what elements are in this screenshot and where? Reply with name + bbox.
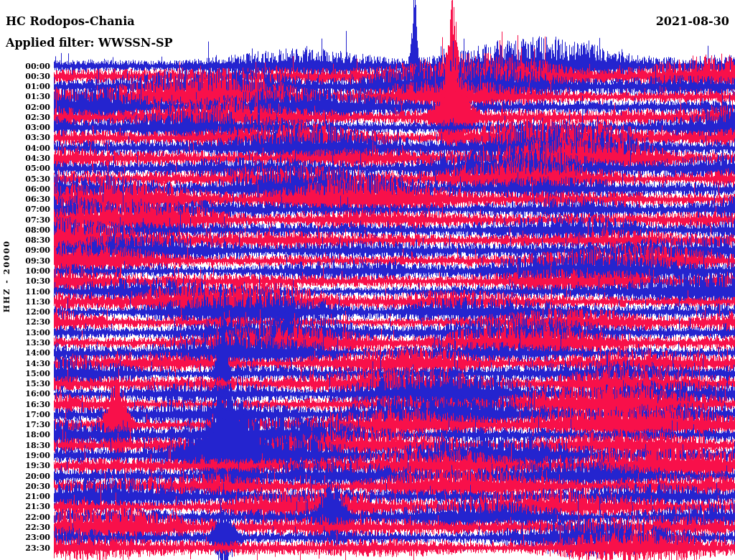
time-label: 11:00: [0, 287, 50, 297]
time-label: 10:30: [0, 276, 50, 286]
time-label: 12:30: [0, 317, 50, 327]
time-label: 20:00: [0, 472, 50, 481]
time-label: 13:30: [0, 338, 50, 347]
time-label: 14:30: [0, 359, 50, 368]
time-label: 05:30: [0, 174, 50, 184]
time-label: 09:30: [0, 256, 50, 266]
time-label: 08:30: [0, 235, 50, 245]
time-label: 05:00: [0, 164, 50, 173]
time-label: 02:30: [0, 113, 50, 122]
time-label: 07:30: [0, 215, 50, 225]
time-label: 21:00: [0, 492, 50, 501]
time-label: 11:30: [0, 297, 50, 307]
time-label: 12:00: [0, 307, 50, 317]
time-label: 20:30: [0, 482, 50, 491]
time-label: 16:30: [0, 400, 50, 409]
time-label: 00:00: [0, 62, 50, 71]
time-label: 04:00: [0, 144, 50, 153]
time-label: 22:00: [0, 513, 50, 522]
time-label: 23:00: [0, 533, 50, 542]
time-label: 16:00: [0, 389, 50, 398]
time-axis: 00:0000:3001:0001:3002:0002:3003:0003:30…: [0, 0, 50, 560]
time-label: 03:00: [0, 123, 50, 132]
time-label: 22:30: [0, 523, 50, 532]
time-label: 06:00: [0, 185, 50, 194]
time-label: 13:00: [0, 328, 50, 337]
helicorder-plot: [0, 0, 735, 560]
time-label: 06:30: [0, 195, 50, 204]
time-label: 23:30: [0, 543, 50, 553]
time-label: 14:00: [0, 348, 50, 358]
time-label: 18:30: [0, 441, 50, 450]
time-label: 17:00: [0, 410, 50, 419]
date-label: 2021-08-30: [656, 15, 729, 28]
time-label: 15:00: [0, 369, 50, 378]
time-label: 03:30: [0, 133, 50, 142]
time-label: 18:00: [0, 430, 50, 439]
time-label: 10:00: [0, 266, 50, 276]
time-label: 01:00: [0, 82, 50, 91]
time-label: 04:30: [0, 154, 50, 163]
time-label: 19:00: [0, 451, 50, 460]
time-label: 09:00: [0, 246, 50, 255]
time-label: 02:00: [0, 103, 50, 112]
time-label: 17:30: [0, 420, 50, 429]
time-label: 00:30: [0, 72, 50, 81]
time-label: 21:30: [0, 502, 50, 511]
time-label: 08:00: [0, 225, 50, 235]
time-label: 19:30: [0, 461, 50, 470]
time-label: 01:30: [0, 92, 50, 101]
time-label: 15:30: [0, 379, 50, 388]
time-label: 07:00: [0, 205, 50, 214]
